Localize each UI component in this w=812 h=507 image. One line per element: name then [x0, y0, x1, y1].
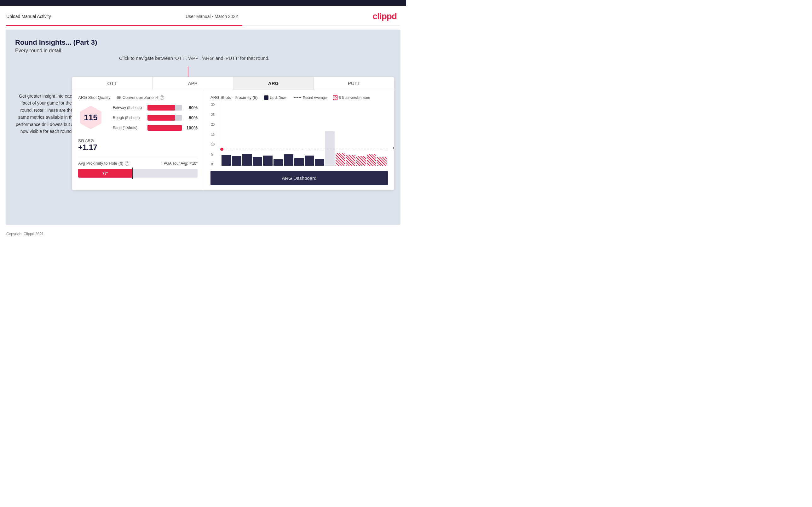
- rough-pct: 80%: [185, 115, 198, 120]
- sg-value: +1.17: [78, 143, 198, 152]
- tab-putt[interactable]: PUTT: [314, 77, 394, 90]
- proximity-marker: [132, 168, 133, 179]
- chart-bar-hatched: [356, 156, 366, 166]
- sand-bar-track: [147, 125, 182, 131]
- card-body: ARG Shot Quality 6ft Conversion Zone % ?…: [72, 90, 394, 190]
- chart-bar: [315, 159, 324, 166]
- top-bar: [0, 0, 406, 6]
- hex-score-display: 115: [78, 105, 103, 130]
- chart-bar: [294, 158, 304, 166]
- sg-label: SG ARG: [78, 138, 198, 143]
- legend-conversion-zone: 6 ft conversion zone: [333, 96, 370, 100]
- chart-bar: [232, 156, 241, 166]
- chart-bar: [305, 156, 314, 166]
- chart-header: ARG Shots - Proximity (ft) Up & Down Rou…: [210, 95, 388, 100]
- legend-box-icon: [264, 96, 268, 100]
- conversion-help-icon[interactable]: ?: [160, 96, 164, 100]
- legend-up-down-label: Up & Down: [270, 96, 288, 100]
- proximity-label: Avg Proximity to Hole (ft) ?: [78, 161, 129, 166]
- sand-label: Sand (1 shots): [113, 126, 144, 130]
- round-insights-card: OTT APP ARG PUTT ARG Shot Quality 6ft Co…: [72, 77, 394, 190]
- upload-manual-link[interactable]: Upload Manual Activity: [6, 14, 51, 19]
- rough-bar-fill: [147, 115, 175, 121]
- shot-quality-header: ARG Shot Quality 6ft Conversion Zone % ?: [78, 95, 198, 100]
- rough-bar-track: [147, 115, 182, 121]
- shot-quality-label: ARG Shot Quality: [78, 95, 111, 100]
- header-divider: [6, 25, 400, 26]
- tabs-container: OTT APP ARG PUTT: [72, 77, 394, 90]
- header: Upload Manual Activity User Manual - Mar…: [0, 6, 406, 25]
- legend-up-down: Up & Down: [264, 96, 288, 100]
- legend-conversion-label: 6 ft conversion zone: [339, 96, 370, 100]
- hex-number: 115: [84, 113, 97, 122]
- proximity-help-icon[interactable]: ?: [125, 161, 129, 166]
- chart-bar-hatched: [336, 153, 345, 166]
- legend-round-avg: Round Average: [294, 96, 327, 100]
- proximity-value: 77': [102, 171, 108, 176]
- chart-area: 8: [220, 103, 388, 166]
- clippd-logo: clippd: [373, 11, 397, 21]
- chart-bar-hatched: [346, 155, 355, 166]
- proximity-bar-fill: 77': [78, 169, 132, 178]
- legend-dashed-icon: [294, 97, 301, 98]
- chart-bar: [263, 156, 272, 166]
- chart-bar: [284, 154, 293, 166]
- section-subtitle: Every round in detail: [15, 48, 391, 54]
- legend-round-avg-label: Round Average: [303, 96, 327, 100]
- fairway-pct: 80%: [185, 105, 198, 110]
- sand-pct: 100%: [185, 125, 198, 130]
- fairway-bar-row: Fairway (5 shots) 80%: [113, 105, 198, 111]
- logo-area: clippd: [373, 11, 397, 21]
- y-axis-labels: 0 5 10 15 20 25 30: [211, 103, 215, 166]
- rough-bar-row: Rough (5 shots) 80%: [113, 115, 198, 121]
- chart-wrapper: 0 5 10 15 20 25 30 8: [220, 103, 388, 166]
- conversion-label: 6ft Conversion Zone % ?: [117, 95, 164, 100]
- dashed-avg-line: 8: [220, 149, 388, 149]
- rough-label: Rough (5 shots): [113, 116, 144, 120]
- hex-score-section: 115 Fairway (5 shots) 80% Rough (5 shots…: [78, 105, 198, 135]
- main-content: Round Insights... (Part 3) Every round i…: [6, 30, 401, 225]
- chart-bar-hatched: [377, 157, 387, 166]
- chart-bar: [242, 154, 252, 166]
- left-insight-text: Get greater insight into each facet of y…: [15, 93, 78, 135]
- right-panel: ARG Shots - Proximity (ft) Up & Down Rou…: [204, 90, 394, 190]
- document-title: User Manual - March 2022: [186, 14, 238, 19]
- sand-bar-row: Sand (1 shots) 100%: [113, 125, 198, 131]
- chart-bar: [273, 159, 283, 166]
- copyright-text: Copyright Clippd 2021: [6, 232, 44, 236]
- sg-section: SG ARG +1.17: [78, 138, 198, 152]
- pga-label: ↑ PGA Tour Avg: 7'10": [161, 161, 198, 166]
- footer: Copyright Clippd 2021: [0, 229, 406, 239]
- tab-ott[interactable]: OTT: [72, 77, 153, 90]
- fairway-label: Fairway (5 shots): [113, 106, 144, 110]
- chart-bar: [253, 157, 262, 166]
- chart-title: ARG Shots - Proximity (ft): [210, 95, 258, 100]
- chart-bar-hatched: [367, 154, 376, 166]
- proximity-bar-track: 77': [78, 169, 198, 178]
- legend-hatched-icon: [333, 96, 338, 100]
- arg-dashboard-button[interactable]: ARG Dashboard: [210, 171, 388, 185]
- proximity-section: Avg Proximity to Hole (ft) ? ↑ PGA Tour …: [78, 157, 198, 178]
- tab-arg[interactable]: ARG: [233, 77, 314, 90]
- chart-bar: [221, 155, 231, 166]
- dashed-line-value: 8: [393, 146, 394, 150]
- shot-bars: Fairway (5 shots) 80% Rough (5 shots): [113, 105, 198, 135]
- proximity-header: Avg Proximity to Hole (ft) ? ↑ PGA Tour …: [78, 161, 198, 166]
- chart-bars-container: [220, 103, 388, 166]
- fairway-bar-track: [147, 105, 182, 111]
- sand-bar-fill: [147, 125, 182, 131]
- tab-app[interactable]: APP: [153, 77, 233, 90]
- section-title: Round Insights... (Part 3): [15, 39, 391, 47]
- left-panel: ARG Shot Quality 6ft Conversion Zone % ?…: [72, 90, 204, 190]
- fairway-bar-fill: [147, 105, 175, 111]
